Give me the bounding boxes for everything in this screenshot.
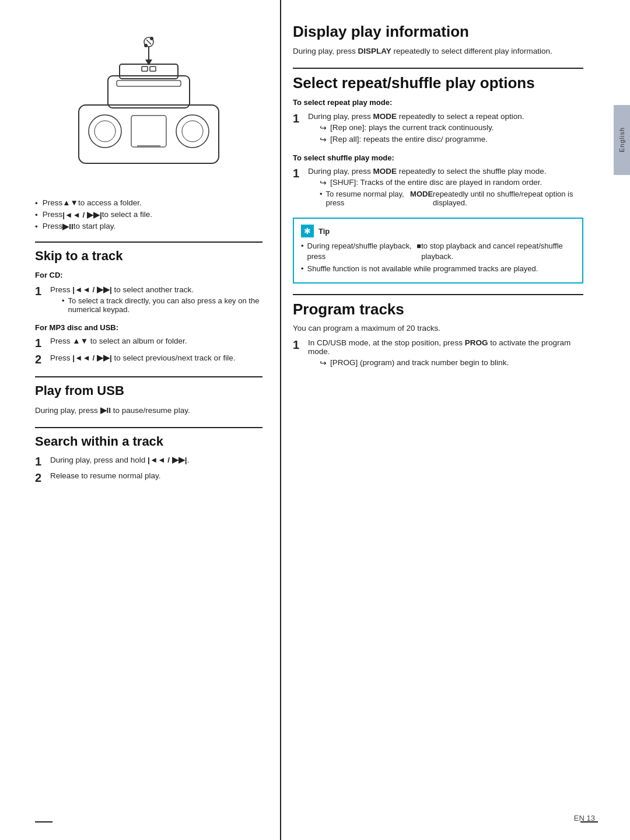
left-column: Press ▲▼ to access a folder. Press |◄◄ /…: [0, 0, 280, 840]
cd-step-1: 1 Press |◄◄ / ▶▶| to select another trac…: [35, 285, 262, 316]
shuffle-dot-1: To resume normal play, press MODE repeat…: [320, 190, 583, 207]
skip-to-track-title: Skip to a track: [35, 249, 262, 264]
play-from-usb-text: During play, press ▶II to pause/resume p…: [35, 405, 262, 416]
for-mp3-label: For MP3 disc and USB:: [35, 322, 262, 334]
divider-search: [35, 427, 262, 428]
divider-play-usb: [35, 376, 262, 377]
program-steps-list: 1 In CD/USB mode, at the stop position, …: [293, 338, 583, 370]
repeat-arrow-list: [Rep one]: plays the current track conti…: [320, 123, 583, 144]
tip-label: Tip: [318, 227, 330, 236]
program-arrow-list: [PROG] (program) and track number begin …: [320, 358, 583, 368]
for-cd-label: For CD:: [35, 270, 262, 281]
svg-rect-5: [131, 116, 166, 147]
shuffle-step-1: 1 During play, press MODE repeatedly to …: [293, 167, 583, 209]
svg-point-3: [176, 115, 209, 148]
shuffle-steps-list: 1 During play, press MODE repeatedly to …: [293, 167, 583, 209]
bottom-line-left: [35, 821, 52, 822]
language-label: English: [618, 127, 625, 152]
svg-point-2: [94, 121, 116, 142]
svg-point-16: [144, 44, 148, 47]
cd-step1-sub-list: To select a track directly, you can also…: [62, 296, 262, 314]
svg-rect-0: [79, 105, 219, 163]
divider-skip: [35, 242, 262, 243]
repeat-arrow-1: [Rep one]: plays the current track conti…: [320, 123, 583, 132]
shuffle-arrow-list: [SHUF]: Tracks of the entire disc are pl…: [320, 178, 583, 187]
mp3-step-1: 1 Press ▲▼ to select an album or folder.: [35, 337, 262, 349]
bullet-item-3: Press ▶II to start play.: [35, 222, 262, 231]
tip-bullet-2: Shuffle function is not available while …: [301, 264, 575, 274]
cd-steps-list: 1 Press |◄◄ / ▶▶| to select another trac…: [35, 285, 262, 316]
display-play-info-text: During play, press DISPLAY repeatedly to…: [293, 46, 583, 57]
search-steps-list: 1 During play, press and hold |◄◄ / ▶▶|.…: [35, 455, 262, 484]
svg-line-14: [146, 40, 151, 44]
tip-content: During repeat/shuffle playback, press ■ …: [301, 241, 575, 275]
tip-bullet-list: During repeat/shuffle playback, press ■ …: [301, 241, 575, 275]
page-container: English: [0, 0, 630, 840]
right-column: Display play information During play, pr…: [280, 0, 612, 840]
tip-box: ✱ Tip During repeat/shuffle playback, pr…: [293, 218, 583, 284]
tip-icon: ✱: [301, 225, 314, 237]
search-step-2: 2 Release to resume normal play.: [35, 471, 262, 484]
language-tab: English: [614, 105, 630, 175]
repeat-step-1: 1 During play, press MODE repeatedly to …: [293, 112, 583, 146]
bullet-item-2: Press |◄◄ / ▶▶| to select a file.: [35, 210, 262, 219]
device-illustration: [50, 23, 248, 187]
mp3-steps-list: 1 Press ▲▼ to select an album or folder.…: [35, 337, 262, 366]
program-tracks-intro: You can program a maximum of 20 tracks.: [293, 323, 583, 334]
program-step-1: 1 In CD/USB mode, at the stop position, …: [293, 338, 583, 370]
cd-step1-sub: To select a track directly, you can also…: [62, 296, 262, 314]
search-within-track-title: Search within a track: [35, 434, 262, 449]
shuffle-dot-list: To resume normal play, press MODE repeat…: [320, 190, 583, 207]
bottom-line-right: [580, 821, 598, 822]
program-arrow-1: [PROG] (program) and track number begin …: [320, 358, 583, 368]
select-repeat-shuffle-title: Select repeat/shuffle play options: [293, 75, 583, 92]
divider-program: [293, 294, 583, 295]
divider-repeat-shuffle: [293, 68, 583, 69]
svg-point-15: [150, 37, 153, 40]
repeat-mode-subheading: To select repeat play mode:: [293, 97, 583, 108]
svg-point-4: [182, 121, 203, 142]
program-tracks-title: Program tracks: [293, 301, 583, 318]
svg-rect-9: [142, 66, 148, 71]
display-play-info-title: Display play information: [293, 23, 583, 41]
device-bullet-list: Press ▲▼ to access a folder. Press |◄◄ /…: [35, 198, 262, 231]
tip-bullet-1: During repeat/shuffle playback, press ■ …: [301, 241, 575, 262]
repeat-arrow-2: [Rep all]: repeats the entire disc/ prog…: [320, 135, 583, 144]
shuffle-arrow-1: [SHUF]: Tracks of the entire disc are pl…: [320, 178, 583, 187]
shuffle-mode-subheading: To select shuffle play mode:: [293, 152, 583, 164]
svg-rect-10: [150, 66, 156, 71]
play-from-usb-title: Play from USB: [35, 383, 262, 398]
bullet-item-1: Press ▲▼ to access a folder.: [35, 198, 262, 208]
search-step-1: 1 During play, press and hold |◄◄ / ▶▶|.: [35, 455, 262, 468]
mp3-step-2: 2 Press |◄◄ / ▶▶| to select previous/nex…: [35, 353, 262, 366]
device-svg: [61, 29, 236, 181]
repeat-steps-list: 1 During play, press MODE repeatedly to …: [293, 112, 583, 146]
svg-rect-8: [120, 64, 178, 79]
svg-rect-7: [117, 80, 181, 86]
svg-point-1: [89, 115, 121, 148]
tip-header: ✱ Tip: [301, 225, 575, 237]
